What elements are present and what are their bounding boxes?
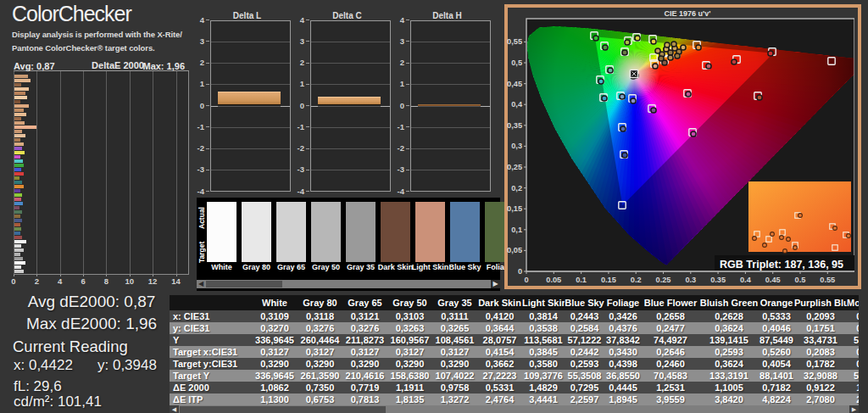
svg-text:0,4: 0,4 [740,276,752,282]
svg-text:0,1: 0,1 [576,276,587,282]
svg-text:0,45: 0,45 [765,276,781,282]
svg-text:0,45: 0,45 [507,80,522,88]
svg-text:0,05: 0,05 [546,276,561,282]
svg-text:0,55: 0,55 [507,37,522,46]
svg-text:0,3: 0,3 [511,142,522,150]
svg-text:0,3: 0,3 [685,276,696,282]
svg-text:0: 0 [524,276,528,282]
svg-text:CIE 1976 u'v': CIE 1976 u'v' [665,9,711,18]
svg-text:0,2: 0,2 [511,184,522,193]
svg-text:0,15: 0,15 [507,204,522,213]
svg-text:RGB Triplet: 187, 136, 95: RGB Triplet: 187, 136, 95 [720,259,843,271]
svg-text:0,55: 0,55 [820,276,835,282]
svg-text:0,15: 0,15 [601,276,616,282]
svg-text:0,1: 0,1 [511,226,522,234]
svg-text:0,4: 0,4 [511,100,523,109]
svg-text:0,05: 0,05 [507,246,522,254]
svg-text:0,35: 0,35 [710,276,726,282]
svg-text:0: 0 [518,267,522,276]
svg-text:0,25: 0,25 [656,276,671,282]
svg-text:0,5: 0,5 [795,276,806,282]
svg-text:0,2: 0,2 [631,276,642,282]
svg-text:0,5: 0,5 [511,59,522,67]
svg-text:0,35: 0,35 [507,121,522,130]
svg-text:0,25: 0,25 [507,163,522,171]
